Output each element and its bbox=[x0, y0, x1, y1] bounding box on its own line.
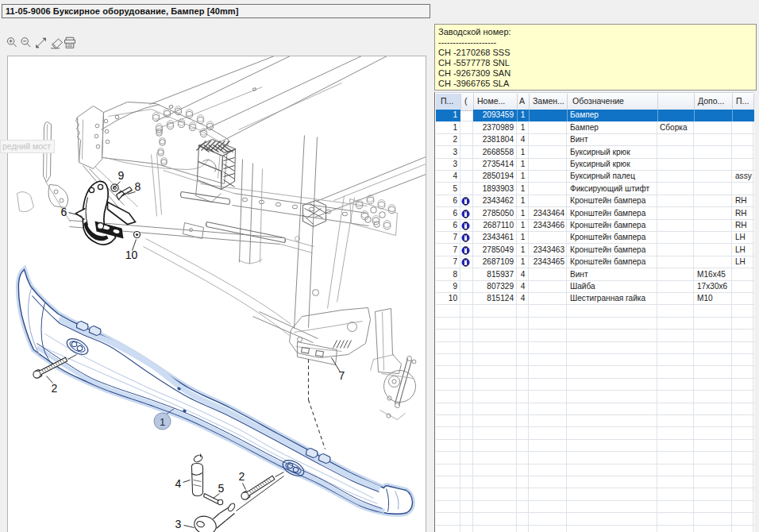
svg-text:4: 4 bbox=[175, 477, 182, 490]
svg-text:2: 2 bbox=[239, 470, 245, 483]
svg-text:9: 9 bbox=[118, 169, 125, 182]
svg-text:1: 1 bbox=[160, 416, 165, 428]
svg-text:3: 3 bbox=[175, 518, 182, 530]
svg-text:8: 8 bbox=[135, 180, 141, 193]
svg-text:2: 2 bbox=[52, 382, 58, 395]
svg-text:6: 6 bbox=[61, 206, 67, 218]
svg-text:5: 5 bbox=[218, 482, 225, 495]
svg-text:10: 10 bbox=[125, 249, 138, 261]
